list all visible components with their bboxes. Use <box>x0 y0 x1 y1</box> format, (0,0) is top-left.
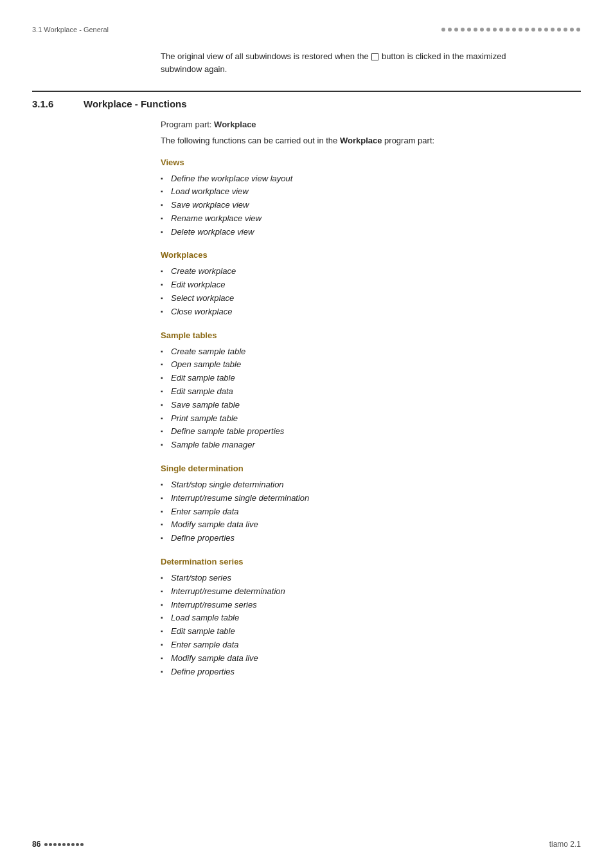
header-dot <box>531 28 535 32</box>
section-title: Workplace - Functions <box>84 98 187 109</box>
list-item: Delete workplace view <box>161 226 546 239</box>
sample-tables-list: Create sample table Open sample table Ed… <box>161 345 546 452</box>
header-dot <box>467 28 471 32</box>
footer-dot <box>53 843 57 846</box>
header-dot <box>461 28 465 32</box>
footer-dot <box>67 843 70 846</box>
list-item: Modify sample data live <box>161 652 546 665</box>
intro-paragraph: The original view of all subwindows is r… <box>161 50 533 75</box>
workplaces-list: Create workplace Edit workplace Select w… <box>161 265 546 318</box>
list-item: Select workplace <box>161 292 546 305</box>
footer-page-number: 86 <box>32 840 40 849</box>
single-determination-list: Start/stop single determination Interrup… <box>161 478 546 545</box>
program-part-prefix: Program part: <box>161 120 214 129</box>
header-dot <box>576 28 580 32</box>
header-dot <box>544 28 548 32</box>
footer-product: tiamo 2.1 <box>549 840 581 849</box>
header-dot <box>474 28 477 32</box>
header-dot <box>493 28 497 32</box>
list-item: Open sample table <box>161 358 546 372</box>
header-dot <box>557 28 561 32</box>
header-dot <box>480 28 484 32</box>
list-item: Edit sample data <box>161 385 546 399</box>
subsection-sample-tables: Sample tables Create sample table Open s… <box>161 330 546 452</box>
subsection-single-determination-heading: Single determination <box>161 464 546 473</box>
header-section-label: 3.1 Workplace - General <box>32 26 109 33</box>
header-dot <box>448 28 452 32</box>
list-item: Edit workplace <box>161 278 546 292</box>
list-item: Define properties <box>161 532 546 545</box>
intro-text-before: The original view of all subwindows is r… <box>161 51 371 61</box>
list-item: Create workplace <box>161 265 546 278</box>
intro-functions-suffix: program part: <box>382 136 434 145</box>
list-item: Enter sample data <box>161 505 546 519</box>
header-dot <box>538 28 542 32</box>
footer-dot <box>62 843 66 846</box>
intro-functions-bold: Workplace <box>340 136 382 145</box>
list-item: Start/stop series <box>161 572 546 585</box>
list-item: Modify sample data live <box>161 518 546 532</box>
list-item: Edit sample table <box>161 625 546 638</box>
section-number: 3.1.6 <box>32 98 84 109</box>
list-item: Enter sample data <box>161 638 546 652</box>
list-item: Edit sample table <box>161 372 546 385</box>
list-item: Sample table manager <box>161 439 546 452</box>
list-item: Define sample table properties <box>161 425 546 439</box>
list-item: Interrupt/resume determination <box>161 585 546 599</box>
footer-dot <box>44 843 48 846</box>
header-dot <box>506 28 510 32</box>
list-item: Define the workplace view layout <box>161 172 546 186</box>
header-dot <box>564 28 567 32</box>
list-item: Close workplace <box>161 305 546 319</box>
header-dot <box>570 28 574 32</box>
list-item: Load sample table <box>161 611 546 625</box>
views-list: Define the workplace view layout Load wo… <box>161 172 546 239</box>
footer-dot <box>80 843 84 846</box>
header-dots <box>441 28 581 32</box>
header-dot <box>454 28 458 32</box>
header-dot <box>486 28 490 32</box>
footer-dot <box>49 843 52 846</box>
subsection-determination-series-heading: Determination series <box>161 557 546 566</box>
list-item: Load workplace view <box>161 185 546 199</box>
list-item: Define properties <box>161 665 546 679</box>
intro-functions-text: The following functions can be carried o… <box>161 134 546 147</box>
header-dot <box>441 28 445 32</box>
list-item: Print sample table <box>161 412 546 426</box>
list-item: Start/stop single determination <box>161 478 546 492</box>
intro-functions-prefix: The following functions can be carried o… <box>161 136 340 145</box>
list-item: Save workplace view <box>161 199 546 212</box>
program-part-line: Program part: Workplace <box>161 120 546 129</box>
content-area: Program part: Workplace The following fu… <box>161 120 546 678</box>
section-heading: 3.1.6 Workplace - Functions <box>32 91 581 109</box>
header-dot <box>512 28 516 32</box>
restore-button-icon <box>371 53 378 60</box>
list-item: Save sample table <box>161 399 546 412</box>
header-dot <box>519 28 522 32</box>
header-dot <box>499 28 503 32</box>
subsection-views: Views Define the workplace view layout L… <box>161 158 546 239</box>
page-header: 3.1 Workplace - General <box>32 26 581 37</box>
footer-dot <box>76 843 79 846</box>
subsection-determination-series: Determination series Start/stop series I… <box>161 557 546 678</box>
program-part-name: Workplace <box>214 120 256 129</box>
list-item: Interrupt/resume single determination <box>161 492 546 505</box>
page-container: 3.1 Workplace - General <box>0 0 613 868</box>
subsection-sample-tables-heading: Sample tables <box>161 330 546 340</box>
header-dot <box>551 28 555 32</box>
subsection-workplaces-heading: Workplaces <box>161 250 546 260</box>
footer-dot <box>58 843 61 846</box>
list-item: Rename workplace view <box>161 212 546 226</box>
page-footer: 86 tiamo 2.1 <box>32 840 581 849</box>
subsection-workplaces: Workplaces Create workplace Edit workpla… <box>161 250 546 318</box>
footer-dots <box>44 843 84 846</box>
footer-dot <box>71 843 75 846</box>
determination-series-list: Start/stop series Interrupt/resume deter… <box>161 572 546 678</box>
list-item: Create sample table <box>161 345 546 359</box>
subsection-views-heading: Views <box>161 158 546 167</box>
header-dot <box>525 28 529 32</box>
subsection-single-determination: Single determination Start/stop single d… <box>161 464 546 545</box>
footer-left: 86 <box>32 840 84 849</box>
list-item: Interrupt/resume series <box>161 599 546 612</box>
